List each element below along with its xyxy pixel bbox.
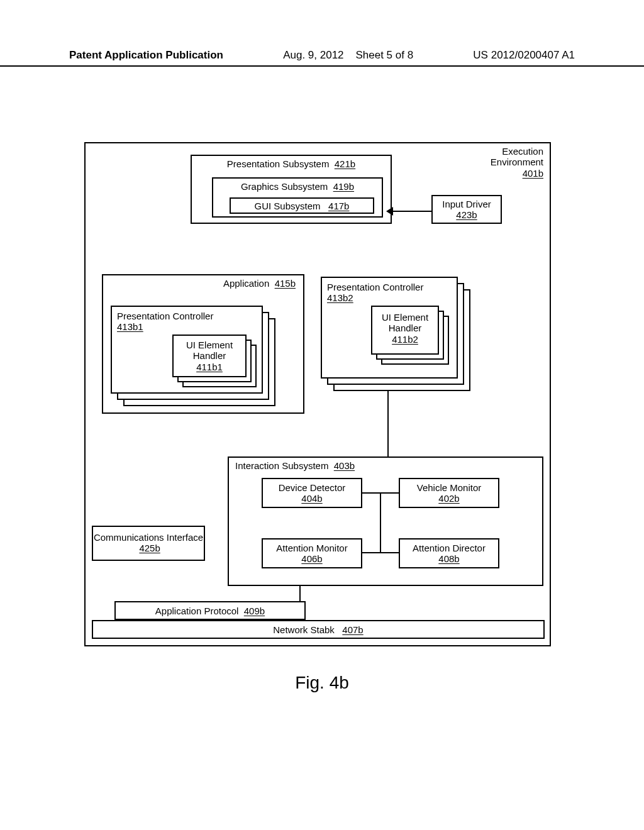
presentation-controller-2-label: Presentation Controller 413b2 bbox=[327, 282, 440, 304]
gui-subsystem-box: GUI Subsystem 417b bbox=[230, 197, 374, 214]
presentation-controller-1-label: Presentation Controller 413b1 bbox=[117, 311, 218, 333]
ui-element-handler-2-label: UI Element Handler 411b2 bbox=[372, 312, 438, 345]
gui-subsystem-ref: 417b bbox=[328, 201, 349, 211]
page-header: Patent Application Publication Aug. 9, 2… bbox=[0, 49, 644, 67]
graphics-subsystem-box: Graphics Subsystem 419b GUI Subsystem 41… bbox=[212, 177, 383, 218]
ui-element-handler-2-box: UI Element Handler 411b2 bbox=[371, 306, 439, 355]
connector-inputdriver-gui bbox=[392, 211, 431, 212]
connector-attmon-approto bbox=[299, 586, 301, 601]
ui-element-handler-1-label: UI Element Handler 411b1 bbox=[174, 340, 245, 372]
ui-element-handler-1-box: UI Element Handler 411b1 bbox=[172, 335, 247, 377]
application-protocol-box: Application Protocol 409b bbox=[114, 601, 306, 620]
presentation-controller-2-box: Presentation Controller 413b2 UI Element… bbox=[321, 277, 458, 379]
graphics-subsystem-ref: 419b bbox=[333, 181, 354, 192]
network-stack-ref: 407b bbox=[342, 624, 363, 635]
input-driver-box: Input Driver 423b bbox=[431, 195, 502, 224]
device-detector-ref: 404b bbox=[301, 493, 322, 504]
network-stack-box: Network Stabk 407b bbox=[92, 620, 545, 639]
input-driver-ref: 423b bbox=[456, 209, 477, 220]
presentation-controller-1-box: Presentation Controller 413b1 UI Element… bbox=[111, 306, 263, 394]
device-detector-box: Device Detector 404b bbox=[262, 478, 362, 508]
communications-interface-label: Communications Interface 425b bbox=[93, 532, 204, 554]
vehicle-monitor-box: Vehicle Monitor 402b bbox=[399, 478, 499, 508]
header-middle: Aug. 9, 2012 Sheet 5 of 8 bbox=[223, 49, 473, 62]
application-protocol-ref: 409b bbox=[244, 606, 265, 616]
attention-monitor-ref: 406b bbox=[301, 553, 322, 564]
arrowhead-icon bbox=[386, 207, 393, 216]
interaction-subsystem-label: Interaction Subsystem 403b bbox=[235, 460, 355, 471]
attention-director-box: Attention Director 408b bbox=[399, 538, 499, 568]
attention-monitor-title: Attention Monitor bbox=[276, 543, 347, 553]
application-box: Application 415b Presentation Controller… bbox=[102, 274, 304, 414]
application-title: Application bbox=[223, 278, 269, 289]
gui-subsystem-title: GUI Subsystem bbox=[255, 201, 321, 211]
connector-pc2-interaction bbox=[387, 391, 389, 456]
presentation-subsystem-ref: 421b bbox=[335, 158, 355, 169]
input-driver-title: Input Driver bbox=[442, 199, 491, 209]
interaction-subsystem-box: Interaction Subsystem 403b Device Detect… bbox=[228, 456, 543, 586]
network-stack-title: Network Stabk bbox=[273, 624, 335, 635]
presentation-subsystem-title: Presentation Subsystem bbox=[227, 158, 330, 169]
header-date: Aug. 9, 2012 bbox=[283, 49, 343, 61]
attention-director-title: Attention Director bbox=[413, 543, 486, 553]
communications-interface-box: Communications Interface 425b bbox=[92, 526, 205, 561]
vehicle-monitor-ref: 402b bbox=[438, 493, 459, 504]
application-ref: 415b bbox=[275, 278, 296, 289]
execution-environment-label: Execution Environment 401b bbox=[474, 146, 543, 179]
execution-environment-box: Execution Environment 401b Presentation … bbox=[84, 142, 551, 646]
header-right: US 2012/0200407 A1 bbox=[473, 49, 575, 62]
application-protocol-title: Application Protocol bbox=[155, 606, 239, 616]
graphics-subsystem-title: Graphics Subsystem bbox=[241, 181, 328, 192]
figure-caption: Fig. 4b bbox=[0, 673, 644, 693]
attention-director-ref: 408b bbox=[438, 553, 459, 564]
vehicle-monitor-title: Vehicle Monitor bbox=[417, 482, 482, 493]
header-left: Patent Application Publication bbox=[69, 49, 223, 62]
presentation-subsystem-box: Presentation Subsystem 421b Graphics Sub… bbox=[191, 155, 392, 224]
device-detector-title: Device Detector bbox=[279, 482, 346, 493]
header-sheet: Sheet 5 of 8 bbox=[355, 49, 413, 61]
attention-monitor-box: Attention Monitor 406b bbox=[262, 538, 362, 568]
